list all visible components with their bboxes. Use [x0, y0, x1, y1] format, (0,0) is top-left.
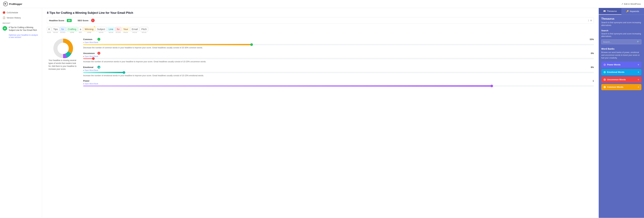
pos-label: SCONJ — [116, 32, 121, 33]
headline-score-value: 85 — [67, 19, 72, 22]
main-content: 8 Tips for Crafting a Winning Subject Li… — [42, 8, 599, 218]
pos-label: NOUN — [142, 32, 146, 33]
pie-chart — [52, 38, 74, 59]
metric-uncommon-name: Uncommon — [83, 52, 96, 55]
edit-in-wordpress-button[interactable]: ↗ Edit in WordPress — [621, 3, 641, 5]
pos-label: NOUN — [132, 32, 137, 33]
word-text: Crafting — [66, 27, 78, 31]
seo-score-label: SEO Score — [78, 19, 88, 22]
score-bar: Headline Score 85 SEO Score ! ⟩ ✕ — [47, 17, 594, 24]
svg-text:W: W — [4, 3, 6, 5]
brand-section: W ProBlogger — [3, 2, 22, 6]
common-words-label: Common Words — [607, 86, 623, 88]
headline-score-label: Headline Score — [49, 19, 64, 22]
sidebar-item-version-history[interactable]: 📋 Version History — [0, 15, 42, 20]
uncommon-progress-bar — [83, 58, 594, 59]
metric-uncommon-pct: 0% — [588, 52, 594, 55]
sidebar-item-coschedule[interactable]: 🔴 CoSchedule — [0, 10, 42, 15]
metric-emotional-name: Emotional — [83, 66, 96, 68]
search-input[interactable] — [603, 41, 636, 43]
recent-score-badge: 85 — [2, 26, 7, 31]
metric-power: Power 1 Open Word Bank — [83, 80, 594, 87]
sidebar: 🔴 CoSchedule 📋 Version History RECENT 85… — [0, 8, 42, 218]
word-text: Email — [130, 27, 139, 31]
word-text: Pitch — [140, 27, 148, 31]
emotional-words-button[interactable]: Emotional Words + — [601, 69, 642, 75]
version-history-icon: 📋 — [2, 16, 5, 19]
pos-label: VERB — [70, 32, 74, 33]
book-icon: 📖 — [603, 10, 606, 12]
word-tag-tips[interactable]: Tips NOUN — [52, 27, 59, 33]
word-tag-8[interactable]: 8 NUM — [47, 27, 51, 33]
emotional-progress-fill — [83, 72, 124, 73]
word-tags-row: 8 NUM Tips NOUN for SCONJ Crafting VERB … — [47, 26, 594, 35]
word-text: for — [115, 27, 121, 31]
pos-label: NOUN — [99, 32, 104, 33]
uncommon-progress-fill — [83, 58, 93, 59]
word-text: Winning — [83, 27, 95, 31]
common-progress-fill — [83, 44, 252, 45]
recent-item[interactable]: 85 8 Tips for Crafting a Winning Subject… — [0, 25, 42, 33]
metric-common-icon: ✓ — [98, 38, 100, 41]
right-panel: 📖 Thesaurus 🔑 Keywords Thesaurus Search … — [599, 8, 644, 218]
uncommon-words-label: Uncommon Words — [607, 78, 626, 81]
optimize-link[interactable]: Optimize your headline to analyze a new … — [0, 33, 42, 39]
metrics-section: Common ✓ 33% Open Word Bank Decrease the… — [83, 38, 594, 89]
pos-label: PRON — [124, 32, 128, 33]
word-banks-description: Browse our word banks of power, emotiona… — [601, 51, 642, 59]
common-word-bank-link[interactable]: Open Word Bank — [83, 41, 594, 43]
metric-emotional-header: Emotional ◑ 8% — [83, 66, 594, 69]
metric-uncommon-header: Uncommon ✕ 0% — [83, 52, 594, 55]
power-plus-icon: + — [638, 63, 639, 66]
search-label: Search — [601, 29, 642, 32]
uncommon-dot — [604, 78, 606, 81]
power-word-bank-link[interactable]: Open Word Bank — [83, 83, 594, 85]
sidebar-item-label: CoSchedule — [7, 11, 18, 14]
tab-keywords[interactable]: 🔑 Keywords — [621, 8, 644, 15]
word-tag-your[interactable]: Your PRON — [122, 27, 130, 33]
search-sublabel: Search to find synonyms and score increa… — [601, 32, 642, 38]
emotional-dot — [604, 71, 606, 73]
uncommon-words-button[interactable]: Uncommon Words + — [601, 77, 642, 83]
sidebar-item-label: Version History — [7, 17, 21, 19]
search-box: 🔍 — [601, 39, 642, 44]
svg-point-2 — [58, 43, 69, 54]
emotional-words-label: Emotional Words — [607, 71, 624, 73]
close-button[interactable]: ✕ — [590, 19, 592, 22]
thesaurus-description: Search to find synonyms and score increa… — [601, 21, 642, 27]
emotional-word-bank-link[interactable]: Open Word Bank — [83, 69, 594, 71]
word-tag-email[interactable]: Email NOUN — [130, 27, 139, 33]
pos-label: NOUN — [109, 32, 114, 33]
common-progress-bar — [83, 44, 594, 45]
uncommon-word-bank-link[interactable]: Open Word Bank — [83, 55, 594, 57]
word-tag-winning[interactable]: Winning VERB — [83, 27, 95, 33]
word-text: Subject — [96, 27, 107, 31]
external-link-icon: ↗ — [621, 3, 623, 5]
word-tag-for[interactable]: for SCONJ — [60, 27, 66, 33]
word-tag-crafting[interactable]: Crafting VERB — [66, 27, 78, 33]
power-dot — [604, 64, 606, 66]
pos-label: DET — [79, 32, 82, 33]
word-banks-title: Word Banks — [601, 48, 642, 50]
word-tag-pitch[interactable]: Pitch NOUN — [140, 27, 148, 33]
word-tag-a[interactable]: a DET — [78, 27, 82, 33]
pos-label: NUM — [47, 32, 51, 33]
emotional-description: Increase the number of emotional words i… — [83, 74, 594, 77]
power-progress-bar — [83, 85, 594, 87]
metric-common-name: Common — [83, 38, 96, 41]
recent-item-title: 8 Tips for Crafting a Winning Subject Li… — [9, 26, 39, 32]
pie-description: Your headline is missing several types o… — [48, 59, 78, 71]
metric-uncommon-icon: ✕ — [98, 52, 100, 55]
word-tag-for2[interactable]: for SCONJ — [115, 27, 121, 33]
common-plus-icon: + — [638, 86, 639, 88]
power-words-label: Power Words — [607, 63, 620, 66]
expand-button[interactable]: ⟩ — [588, 19, 589, 22]
pos-label: VERB — [87, 32, 91, 33]
word-tag-line[interactable]: Line NOUN — [107, 27, 115, 33]
power-words-button[interactable]: Power Words + — [601, 62, 642, 68]
search-icon: 🔍 — [637, 41, 640, 43]
word-tag-subject[interactable]: Subject NOUN — [96, 27, 107, 33]
tab-thesaurus[interactable]: 📖 Thesaurus — [599, 8, 621, 15]
word-text: Line — [107, 27, 115, 31]
common-words-button[interactable]: Common Words + — [601, 84, 642, 90]
